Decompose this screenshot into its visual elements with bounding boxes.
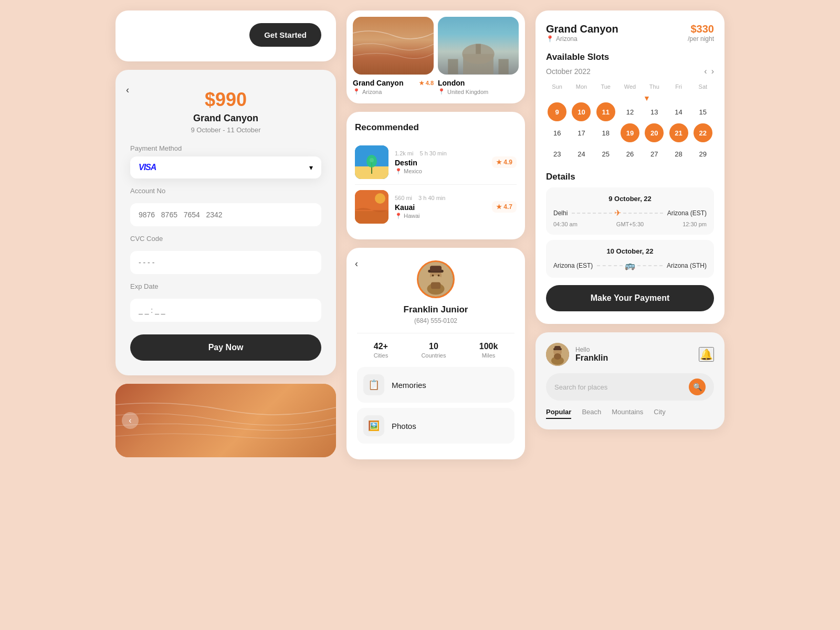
tab-beach[interactable]: Beach: [582, 408, 601, 419]
search-bar: Search for places 🔍: [546, 373, 714, 401]
svg-rect-4: [499, 59, 509, 74]
kauai-name: Kauai: [395, 203, 486, 212]
pay-now-button[interactable]: Pay Now: [130, 334, 321, 361]
calendar-prev-button[interactable]: ‹: [704, 67, 707, 76]
cal-day-17[interactable]: 17: [572, 123, 591, 142]
notification-bell-button[interactable]: 🔔: [699, 347, 714, 362]
cal-day-22[interactable]: 22: [694, 123, 712, 142]
hello-card: Hello Franklin 🔔 Search for places 🔍 Pop…: [536, 332, 724, 429]
dropdown-arrow-icon: ▾: [309, 163, 313, 172]
stat-countries: 10 Countries: [421, 342, 446, 359]
cal-day-29[interactable]: 29: [694, 144, 712, 163]
profile-phone: (684) 555-0102: [357, 317, 514, 324]
hello-greeting: Hello: [575, 346, 608, 353]
exp-date-label: Exp Date: [130, 282, 321, 290]
hello-user: Hello Franklin: [546, 343, 608, 366]
kauai-rating: ★ 4.7: [492, 201, 517, 213]
image-prev-button[interactable]: ‹: [122, 412, 139, 429]
get-started-button[interactable]: Get Started: [249, 23, 321, 47]
rec-item-kauai[interactable]: 560 mi 3 h 40 min Kauai 📍 Hawai ★ 4.7: [355, 185, 517, 229]
category-tabs: Popular Beach Mountains City: [546, 408, 714, 419]
tab-popular[interactable]: Popular: [546, 408, 571, 419]
cal-day-15[interactable]: 15: [694, 102, 712, 121]
cal-day-9[interactable]: 9: [548, 102, 566, 121]
stat-cities-label: Cities: [374, 352, 388, 359]
cal-day-14[interactable]: 14: [669, 102, 688, 121]
pin-icon-3: 📍: [395, 168, 402, 175]
cal-day-10[interactable]: 10: [572, 102, 591, 121]
pin-icon: 📍: [353, 88, 360, 95]
flight-1-from: Delhi: [553, 209, 568, 217]
photos-menu-item[interactable]: 🖼️ Photos: [357, 408, 514, 444]
search-button[interactable]: 🔍: [689, 379, 706, 395]
cal-header-tue: Tue: [595, 81, 617, 92]
cal-day-24[interactable]: 24: [572, 144, 591, 163]
destinations-card: Grand Canyon ★ 4.8 📍 Arizona London 📍: [346, 10, 525, 103]
cal-day-16[interactable]: 16: [548, 123, 566, 142]
cal-day-20[interactable]: 20: [645, 123, 664, 142]
svg-rect-2: [476, 44, 481, 54]
exp-date-input[interactable]: [130, 299, 321, 322]
cal-header-thu: Thu: [643, 81, 665, 92]
available-slots-title: Available Slots: [546, 52, 714, 62]
cal-day-12[interactable]: 12: [621, 102, 639, 121]
memories-menu-item[interactable]: 📋 Memories: [357, 367, 514, 403]
hello-user-name: Franklin: [575, 353, 608, 363]
profile-avatar: [417, 260, 455, 298]
payment-method-select[interactable]: VISA ▾: [130, 156, 321, 178]
flight-2-to: Arizona (STH): [667, 262, 707, 269]
flight-1-to: Arizona (EST): [667, 209, 707, 217]
destin-distance: 1.2k mi: [395, 150, 413, 156]
stat-cities-value: 42+: [374, 342, 388, 351]
per-night-label: /per night: [688, 35, 714, 43]
cvc-input[interactable]: [130, 251, 321, 274]
rec-item-destin[interactable]: 1.2k mi 5 h 30 min Destin 📍 Mexico ★ 4.9: [355, 140, 517, 185]
cal-day-27[interactable]: 27: [645, 144, 664, 163]
account-no-input[interactable]: [130, 203, 321, 226]
star-icon: ★: [419, 80, 424, 87]
payment-back-button[interactable]: ‹: [126, 85, 129, 96]
hello-avatar: [546, 343, 569, 366]
kauai-location: 📍 Hawai: [395, 213, 486, 219]
flight-1-route: Delhi ✈ Arizona (EST): [553, 208, 707, 218]
stat-miles: 100k Miles: [479, 342, 498, 359]
cal-header-fri: Fri: [667, 81, 689, 92]
visa-logo: VISA: [139, 163, 156, 172]
make-payment-button[interactable]: Make Your Payment: [546, 285, 714, 311]
svg-point-9: [366, 155, 377, 167]
stat-cities: 42+ Cities: [374, 342, 388, 359]
cal-day-21[interactable]: 21: [669, 123, 688, 142]
calendar-month-header: October 2022 ‹ ›: [546, 67, 714, 76]
booking-price: $330: [688, 23, 714, 35]
tab-city[interactable]: City: [654, 408, 665, 419]
stat-countries-value: 10: [421, 342, 446, 351]
destin-rating: ★ 4.9: [492, 156, 517, 168]
cal-header-sat: Sat: [692, 81, 714, 92]
cal-day-18[interactable]: 18: [596, 123, 615, 142]
london-location: United Kingdom: [447, 89, 488, 95]
tab-mountains[interactable]: Mountains: [612, 408, 643, 419]
payment-amount: $990: [130, 89, 321, 111]
london-name: London: [438, 79, 465, 87]
grand-canyon-location: Arizona: [362, 89, 382, 95]
cal-day-13[interactable]: 13: [645, 102, 664, 121]
flight-1-date: 9 October, 22: [553, 195, 707, 203]
profile-back-button[interactable]: ‹: [355, 258, 358, 269]
cal-day-26[interactable]: 26: [621, 144, 639, 163]
cal-day-11[interactable]: 11: [596, 102, 615, 121]
calendar-next-button[interactable]: ›: [711, 67, 714, 76]
cal-day-28[interactable]: 28: [669, 144, 688, 163]
cal-header-wed: Wed: [619, 81, 641, 92]
grand-canyon-name: Grand Canyon: [353, 79, 403, 87]
flight-1-card: 9 October, 22 Delhi ✈ Arizona (EST) 04:3…: [546, 187, 714, 235]
flight-1-gmt: GMT+5:30: [616, 221, 644, 227]
svg-rect-11: [355, 211, 388, 224]
booking-title: Grand Canyon: [546, 23, 618, 35]
svg-rect-3: [448, 59, 458, 74]
cal-day-25[interactable]: 25: [596, 144, 615, 163]
cal-day-23[interactable]: 23: [548, 144, 566, 163]
column-1: Get Started ‹ $990 Grand Canyon 9 Octobe…: [116, 10, 336, 457]
profile-name: Franklin Junior: [357, 304, 514, 315]
cal-day-19[interactable]: 19: [621, 123, 639, 142]
pin-icon-4: 📍: [395, 213, 402, 219]
